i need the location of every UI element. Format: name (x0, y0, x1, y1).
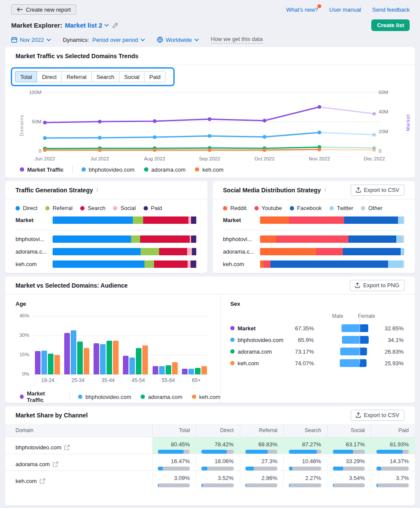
youtube-segment (263, 260, 271, 268)
tab-social[interactable]: Social (119, 71, 144, 82)
create-list-button[interactable]: Create list (371, 19, 410, 31)
send-feedback-link[interactable]: Send feedback (372, 6, 410, 13)
male-bar (340, 348, 360, 355)
domain-link[interactable]: adorama.com (5, 454, 152, 467)
female-percent: 32.65% (385, 325, 406, 332)
create-new-report-button[interactable]: Create new report (11, 4, 76, 15)
share-percent: 87.27% (284, 437, 327, 450)
stacked-bar-row: bhphotovi... (223, 235, 404, 243)
progress-fill (289, 483, 290, 487)
legend-label: Facebook (297, 205, 322, 211)
sex-header-row: MaleFemale (230, 312, 406, 321)
x-tick-label: 45-54 (132, 377, 145, 383)
progress-track (201, 483, 233, 487)
share-value-cell: 69.83% (240, 437, 283, 454)
age-bar-groups (33, 312, 209, 374)
age-bar (113, 341, 119, 374)
tab-paid[interactable]: Paid (144, 71, 166, 82)
male-bar (342, 336, 360, 344)
progress-fill (201, 483, 203, 487)
progress-track (333, 450, 365, 454)
share-percent: 16.47% (153, 454, 196, 467)
referral-segment (133, 216, 143, 224)
tab-referral[interactable]: Referral (61, 71, 91, 82)
domain-link[interactable]: bhphotovideo.com (5, 437, 152, 451)
dynamics-filter[interactable]: Period over period (92, 37, 145, 43)
trends-line-chart: 100M50M060M40M20M0DomainsMarketJun 2022J… (5, 86, 415, 164)
progress-fill (201, 450, 226, 454)
page-title: Market Explorer: Market list 2 (11, 22, 119, 29)
share-value-cell: 3.7% (371, 471, 415, 488)
twitter-segment (401, 248, 404, 255)
user-manual-link[interactable]: User manual (329, 6, 361, 13)
share-percent: 27.3% (240, 454, 283, 467)
table-row: adorama.com16.47%18.06%27.3%10.46%33.29%… (5, 454, 415, 471)
tab-total[interactable]: Total (15, 71, 37, 82)
legend-label: Social (120, 205, 135, 211)
export-icon (356, 187, 361, 193)
progress-fill (376, 467, 381, 470)
export-png-button[interactable]: Export to PNG (350, 280, 404, 291)
export-csv-button[interactable]: Export to CSV (351, 410, 404, 421)
how-we-get-data-link[interactable]: How we get this data (211, 36, 263, 44)
share-value-cell: 63.17% (327, 437, 371, 454)
facebook-segment (344, 216, 398, 224)
row-label: keh.com (16, 261, 53, 267)
legend-item: bhphotovideo.com (78, 394, 131, 400)
edit-list-name-button[interactable] (111, 22, 119, 28)
facebook-segment (348, 235, 396, 243)
search-segment (159, 248, 187, 255)
top-links: What's new? User manual Send feedback (286, 6, 410, 13)
legend-label: bhphotovideo.com (85, 394, 131, 400)
row-label: adorama.c... (16, 248, 53, 255)
legend-item: keh.com (192, 394, 220, 400)
domain-link[interactable]: keh.com (5, 471, 152, 484)
domain-name: adorama.com (16, 461, 50, 467)
legend-label: keh.com (199, 394, 220, 400)
sex-bars (320, 336, 385, 344)
legend-label: Referral (53, 205, 72, 211)
x-tick-label: 35-44 (101, 377, 115, 383)
other-segment (402, 235, 404, 243)
age-bar (41, 351, 47, 375)
age-bar (94, 343, 99, 374)
age-bar (201, 366, 207, 375)
info-icon: i (324, 187, 326, 193)
tab-search[interactable]: Search (91, 71, 119, 82)
age-group-65+ (182, 366, 207, 375)
domain-name: bhphotovideo.com (16, 444, 61, 451)
x-tick-label: 18-24 (41, 377, 55, 383)
progress-track (201, 450, 233, 454)
row-label: bhphotovi... (223, 236, 260, 242)
legend-item: Search (80, 205, 105, 211)
export-icon (355, 282, 360, 288)
share-percent: 33.29% (328, 454, 371, 467)
progress-track (245, 467, 277, 470)
date-filter[interactable]: Nov 2022 (11, 37, 51, 43)
paid-segment (191, 260, 196, 268)
region-filter[interactable]: Worldwide (157, 37, 198, 43)
female-percent: 25.93% (385, 360, 406, 367)
share-value-cell: 33.29% (327, 454, 371, 471)
legend-item: Direct (16, 205, 38, 211)
share-percent: 14.37% (371, 454, 415, 467)
external-link-icon[interactable] (53, 461, 58, 467)
share-percent: 69.83% (240, 437, 283, 450)
legend-dot (195, 167, 199, 172)
whats-new-link[interactable]: What's new? (286, 6, 318, 13)
age-title: Age (16, 301, 220, 307)
export-csv-button[interactable]: Export to CSV (351, 185, 404, 196)
market-list-dropdown[interactable]: Market list 2 (65, 22, 109, 29)
legend-label: Reddit (230, 205, 247, 211)
progress-fill (333, 450, 353, 454)
external-link-icon[interactable] (64, 445, 70, 450)
legend-dot (20, 395, 24, 399)
tab-direct[interactable]: Direct (37, 71, 62, 82)
external-link-icon[interactable] (40, 478, 45, 484)
domain-cell: adorama.com (5, 454, 153, 471)
chevron-down-icon (104, 24, 109, 27)
male-bar (340, 359, 360, 367)
legend-dot (290, 206, 294, 210)
progress-fill (289, 450, 317, 454)
share-value-cell: 16.47% (153, 454, 196, 471)
